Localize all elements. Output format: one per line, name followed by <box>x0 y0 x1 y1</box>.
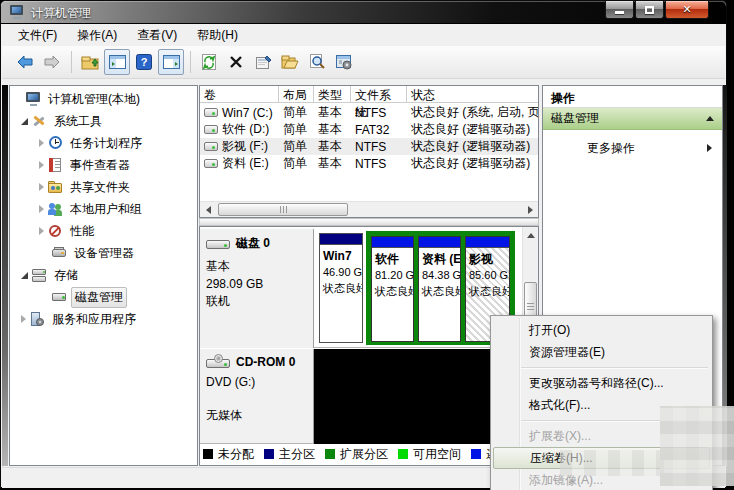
manage-button[interactable] <box>331 49 357 75</box>
disk-graph-panel: 磁盘 0 基本 298.09 GB 联机 Win7 46.90 GB 状态良好 … <box>199 226 539 466</box>
help-icon: ? <box>136 54 152 70</box>
show-console-tree-button[interactable] <box>104 49 130 75</box>
scroll-right-button[interactable] <box>522 202 538 218</box>
menu-help[interactable]: 帮助(H) <box>187 24 248 47</box>
unallocated-swatch <box>203 449 213 459</box>
log-book-icon <box>48 158 63 172</box>
tree-item-services-apps[interactable]: 服务和应用程序 <box>21 309 139 329</box>
partition-ruanjian[interactable]: 软件 81.20 GB 状态良好 <box>371 236 414 342</box>
close-button[interactable]: ✕ <box>665 1 709 19</box>
tree-item-storage[interactable]: 存储 <box>21 265 81 285</box>
volume-icon <box>204 125 218 134</box>
console-tree-panel: 计算机管理(本地) 系统工具 任务计划程序 事件查看器 共享文件夹 本地用户和组… <box>9 85 198 466</box>
app-icon <box>9 5 25 19</box>
svg-text:?: ? <box>141 56 148 68</box>
collapsed-arrow-icon[interactable] <box>39 227 44 235</box>
column-header-volume[interactable]: 卷 <box>200 86 279 103</box>
show-action-pane-icon <box>163 55 180 69</box>
cdrom-info-box[interactable]: CD-ROM 0 DVD (G:) 无媒体 <box>200 349 314 444</box>
console-folder-icon <box>81 55 99 70</box>
open-folder-button[interactable] <box>277 49 303 75</box>
disk0-size: 298.09 GB <box>206 277 307 291</box>
volume-row-yingshi[interactable]: 影视 (F:) 简单 基本 NTFS 状态良好 (逻辑驱动器) <box>200 138 538 155</box>
back-button[interactable] <box>12 49 38 75</box>
menu-separator <box>491 363 712 372</box>
partition-win7[interactable]: Win7 46.90 GB 状态良好 <box>319 233 363 343</box>
computer-icon <box>26 92 41 106</box>
shared-folder-icon <box>48 180 63 194</box>
tree-item-task-scheduler[interactable]: 任务计划程序 <box>39 133 145 153</box>
help-button[interactable]: ? <box>131 49 157 75</box>
menu-item-explorer[interactable]: 资源管理器(E) <box>491 341 712 363</box>
tree-item-system-tools[interactable]: 系统工具 <box>21 111 105 131</box>
logical-swatch <box>471 449 481 459</box>
logical-partition-bar <box>372 237 413 248</box>
disk0-info-box[interactable]: 磁盘 0 基本 298.09 GB 联机 <box>200 229 314 348</box>
collapsed-arrow-icon[interactable] <box>39 183 44 191</box>
forward-icon <box>43 55 61 69</box>
column-header-filesystem[interactable]: 文件系统 <box>351 86 407 103</box>
expanded-arrow-icon[interactable] <box>21 118 28 125</box>
forward-button[interactable] <box>39 49 65 75</box>
menu-item-change-drive-letter[interactable]: 更改驱动器号和路径(C)... <box>491 372 712 394</box>
collapsed-arrow-icon[interactable] <box>39 161 44 169</box>
tree-item-device-manager[interactable]: 设备管理器 <box>39 243 137 263</box>
tree-item-computer-management[interactable]: 计算机管理(本地) <box>13 89 143 109</box>
column-header-layout[interactable]: 布局 <box>279 86 314 103</box>
scroll-up-button[interactable] <box>523 227 539 243</box>
console-folder-button[interactable] <box>77 49 103 75</box>
tree-item-local-users[interactable]: 本地用户和组 <box>39 199 145 219</box>
manage-icon <box>336 55 353 70</box>
watermark-mosaic <box>660 406 734 486</box>
back-icon <box>16 55 34 69</box>
refresh-icon <box>201 54 217 70</box>
volume-row-ruanjian[interactable]: 软件 (D:) 简单 基本 FAT32 状态良好 (逻辑驱动器) <box>200 121 538 138</box>
collapsed-arrow-icon[interactable] <box>39 205 44 213</box>
menu-view[interactable]: 查看(V) <box>127 24 187 47</box>
logical-partition-bar <box>419 237 460 248</box>
volume-row-ziliao[interactable]: 资料 (E:) 简单 基本 NTFS 状态良好 (逻辑驱动器) <box>200 155 538 172</box>
tree-item-disk-management[interactable]: 磁盘管理 <box>39 287 127 307</box>
disk-management-section-header[interactable]: 磁盘管理 <box>543 108 722 130</box>
partition-ziliao[interactable]: 资料 (E:) 84.38 GB 状态良好 <box>418 236 461 342</box>
logical-partition-bar <box>466 237 509 248</box>
volume-row-win7[interactable]: Win7 (C:) 简单 基本 NTFS 状态良好 (系统, 启动, 页 <box>200 104 538 121</box>
toolbar-separator <box>71 51 72 73</box>
legend-free-space: 可用空间 <box>398 446 461 463</box>
refresh-button[interactable] <box>196 49 222 75</box>
collapsed-arrow-icon[interactable] <box>39 139 44 147</box>
menu-bar: 文件(F) 操作(A) 查看(V) 帮助(H) <box>2 24 725 46</box>
scrollbar-thumb[interactable] <box>218 203 348 216</box>
delete-button[interactable] <box>223 49 249 75</box>
horizontal-scrollbar[interactable] <box>200 201 538 217</box>
tree-item-shared-folders[interactable]: 共享文件夹 <box>39 177 133 197</box>
disk0-type: 基本 <box>206 258 307 275</box>
users-icon <box>48 202 63 216</box>
window-left-edge <box>2 85 8 466</box>
legend-unallocated: 未分配 <box>203 446 254 463</box>
volume-list-header: 卷 布局 类型 文件系统 状态 <box>200 86 538 103</box>
show-action-pane-button[interactable] <box>158 49 184 75</box>
scroll-left-button[interactable] <box>200 202 216 218</box>
more-actions-item[interactable]: 更多操作 <box>543 138 722 158</box>
collapsed-arrow-icon[interactable] <box>21 315 26 323</box>
column-header-status[interactable]: 状态 <box>407 86 538 103</box>
collapse-arrow-icon[interactable] <box>706 116 714 121</box>
extended-swatch <box>325 449 335 459</box>
menu-item-open[interactable]: 打开(O) <box>491 319 712 341</box>
properties-button[interactable] <box>250 49 276 75</box>
title-bar: 计算机管理 ✕ <box>1 1 726 24</box>
maximize-icon <box>645 6 654 14</box>
free-space-swatch <box>398 449 408 459</box>
menu-action[interactable]: 操作(A) <box>67 24 127 47</box>
primary-partition-bar <box>320 234 362 245</box>
minimize-button[interactable] <box>605 1 634 19</box>
column-header-type[interactable]: 类型 <box>314 86 351 103</box>
expanded-arrow-icon[interactable] <box>21 272 28 279</box>
tree-item-event-viewer[interactable]: 事件查看器 <box>39 155 133 175</box>
find-button[interactable] <box>304 49 330 75</box>
menu-file[interactable]: 文件(F) <box>8 24 67 47</box>
maximize-button[interactable] <box>635 1 664 19</box>
tree-item-performance[interactable]: 性能 <box>39 221 97 241</box>
panel-splitter[interactable] <box>199 218 539 226</box>
